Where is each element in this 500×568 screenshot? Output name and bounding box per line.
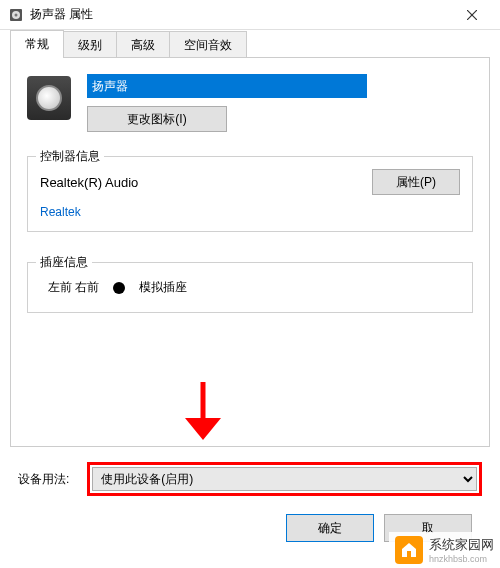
tab-advanced[interactable]: 高级	[116, 31, 170, 59]
device-icon	[27, 76, 71, 120]
watermark-logo-icon	[395, 536, 423, 564]
jack-fieldset: 插座信息 左前 右前 模拟插座	[27, 262, 473, 313]
usage-label: 设备用法:	[18, 471, 69, 488]
device-usage-select[interactable]: 使用此设备(启用)	[92, 467, 477, 491]
vendor-link[interactable]: Realtek	[40, 205, 81, 219]
svg-rect-7	[407, 551, 411, 557]
tab-general[interactable]: 常规	[10, 30, 64, 58]
watermark-brand: 系统家园网	[429, 536, 494, 554]
close-icon	[467, 10, 477, 20]
titlebar: 扬声器 属性	[0, 0, 500, 30]
controller-name: Realtek(R) Audio	[40, 175, 138, 190]
watermark-url: hnzkhbsb.com	[429, 554, 494, 564]
svg-point-2	[15, 13, 18, 16]
jack-legend: 插座信息	[36, 254, 92, 271]
controller-properties-button[interactable]: 属性(P)	[372, 169, 460, 195]
tab-content-general: 更改图标(I) 控制器信息 Realtek(R) Audio 属性(P) Rea…	[10, 57, 490, 447]
device-header: 更改图标(I)	[27, 74, 473, 132]
device-usage-row: 设备用法: 使用此设备(启用)	[18, 462, 482, 496]
watermark: 系统家园网 hnzkhbsb.com	[389, 532, 500, 568]
change-icon-button[interactable]: 更改图标(I)	[87, 106, 227, 132]
highlight-box: 使用此设备(启用)	[87, 462, 482, 496]
ok-button[interactable]: 确定	[286, 514, 374, 542]
jack-color-icon	[113, 282, 125, 294]
window-title: 扬声器 属性	[30, 6, 452, 23]
controller-fieldset: 控制器信息 Realtek(R) Audio 属性(P) Realtek	[27, 156, 473, 232]
tab-spatial[interactable]: 空间音效	[169, 31, 247, 59]
jack-type: 模拟插座	[139, 279, 187, 296]
close-button[interactable]	[452, 0, 492, 30]
speaker-app-icon	[8, 7, 24, 23]
tab-levels[interactable]: 级别	[63, 31, 117, 59]
controller-legend: 控制器信息	[36, 148, 104, 165]
jack-position: 左前 右前	[48, 279, 99, 296]
tab-bar: 常规 级别 高级 空间音效	[0, 30, 500, 58]
speaker-glyph-icon	[36, 85, 62, 111]
device-name-input[interactable]	[87, 74, 367, 98]
